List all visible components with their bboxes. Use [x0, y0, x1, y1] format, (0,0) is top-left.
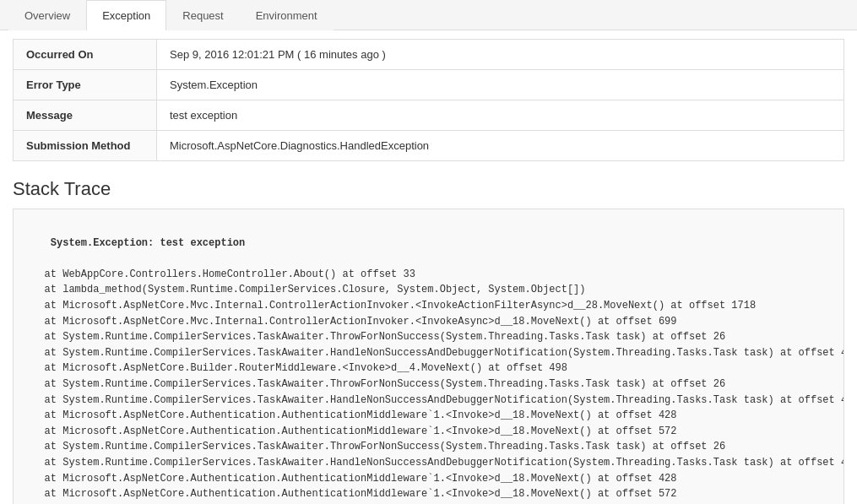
submission-method-row: Submission Method Microsoft.AspNetCore.D… — [14, 131, 844, 161]
occurred-on-label: Occurred On — [14, 40, 157, 70]
occurred-on-value: Sep 9, 2016 12:01:21 PM ( 16 minutes ago… — [157, 40, 844, 70]
message-label: Message — [14, 100, 157, 131]
message-value: test exception — [157, 100, 844, 131]
tab-request[interactable]: Request — [166, 0, 239, 30]
stack-trace-exception-line: System.Exception: test exception — [51, 237, 245, 249]
tab-exception[interactable]: Exception — [86, 0, 166, 30]
tab-overview[interactable]: Overview — [8, 0, 86, 30]
occurred-on-row: Occurred On Sep 9, 2016 12:01:21 PM ( 16… — [14, 40, 844, 70]
tab-bar: Overview Exception Request Environment — [0, 0, 857, 30]
content-area: Occurred On Sep 9, 2016 12:01:21 PM ( 16… — [0, 30, 857, 504]
tab-environment[interactable]: Environment — [240, 0, 334, 30]
stack-trace-frames: at WebAppCore.Controllers.HomeController… — [26, 268, 844, 504]
error-type-label: Error Type — [14, 70, 157, 100]
submission-method-label: Submission Method — [14, 131, 157, 161]
exception-info-table: Occurred On Sep 9, 2016 12:01:21 PM ( 16… — [13, 39, 844, 161]
error-type-value: System.Exception — [157, 70, 844, 100]
error-type-row: Error Type System.Exception — [14, 70, 844, 100]
message-row: Message test exception — [14, 100, 844, 131]
stack-trace-content[interactable]: System.Exception: test exception at WebA… — [13, 209, 844, 504]
stack-trace-title: Stack Trace — [13, 178, 844, 200]
submission-method-value: Microsoft.AspNetCore.Diagnostics.Handled… — [157, 131, 844, 161]
